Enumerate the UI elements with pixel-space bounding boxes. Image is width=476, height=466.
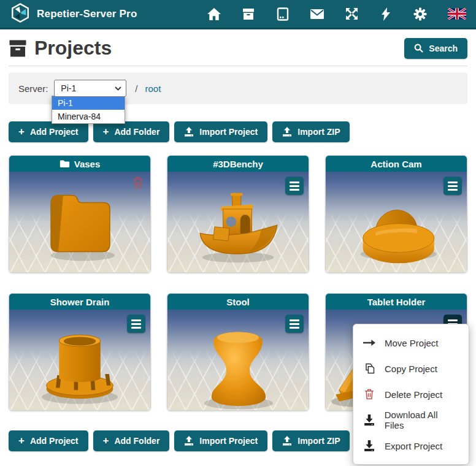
upload-icon bbox=[184, 436, 194, 446]
copy-icon bbox=[363, 362, 375, 375]
card-header-vases[interactable]: Vases bbox=[9, 156, 150, 172]
project-card-shower-drain: Shower Drain bbox=[9, 293, 151, 411]
app-title: Repetier-Server Pro bbox=[37, 8, 137, 20]
add-project-label: Add Project bbox=[30, 436, 79, 446]
add-folder-button[interactable]: +Add Folder bbox=[93, 430, 170, 451]
add-folder-label: Add Folder bbox=[114, 436, 159, 446]
card-preview-action-cam[interactable] bbox=[326, 172, 467, 272]
add-project-label: Add Project bbox=[30, 127, 79, 137]
render-floor bbox=[167, 350, 309, 410]
card-header-tablet-holder[interactable]: Tablet Holder bbox=[326, 294, 467, 310]
card-header-3dbenchy[interactable]: #3DBenchy bbox=[167, 156, 309, 172]
card-menu-button[interactable] bbox=[285, 177, 304, 195]
projects-icon[interactable] bbox=[242, 7, 255, 21]
project-context-menu: Move Project Copy Project Delete Project… bbox=[353, 324, 469, 465]
import-zip-label: Import ZIP bbox=[298, 127, 340, 137]
menu-item-copy-project[interactable]: Copy Project bbox=[353, 356, 469, 381]
card-header-shower-drain[interactable]: Shower Drain bbox=[9, 294, 150, 310]
projects-page-icon bbox=[9, 39, 27, 58]
project-card-vases: Vases bbox=[9, 155, 151, 273]
card-title: Vases bbox=[74, 159, 101, 169]
server-select-dropdown: Pi-1 Minerva-84 bbox=[52, 96, 125, 124]
plus-icon: + bbox=[18, 435, 25, 446]
card-preview-3dbenchy[interactable] bbox=[167, 172, 309, 272]
upload-icon bbox=[282, 127, 292, 137]
add-project-button[interactable]: +Add Project bbox=[9, 430, 88, 451]
server-select-value: Pi-1 bbox=[61, 83, 76, 93]
menu-item-export-project[interactable]: Export Project bbox=[353, 433, 469, 459]
plus-icon: + bbox=[103, 435, 109, 446]
toolbar-top: +Add Project +Add Folder Import Project … bbox=[9, 121, 467, 142]
touchscreen-icon[interactable] bbox=[276, 7, 290, 21]
server-option-pi1[interactable]: Pi-1 bbox=[52, 96, 125, 110]
card-preview-stool[interactable] bbox=[167, 310, 309, 410]
header-divider bbox=[9, 66, 467, 66]
arrow-right-icon bbox=[363, 339, 375, 346]
import-project-button[interactable]: Import Project bbox=[174, 121, 267, 142]
project-card-stool: Stool bbox=[167, 293, 309, 411]
project-card-3dbenchy: #3DBenchy bbox=[167, 155, 309, 273]
project-card-action-cam: Action Cam bbox=[325, 155, 467, 273]
card-header-action-cam[interactable]: Action Cam bbox=[326, 156, 467, 172]
render-benchy-object bbox=[192, 187, 284, 267]
home-icon[interactable] bbox=[207, 7, 221, 21]
add-folder-button[interactable]: +Add Folder bbox=[93, 121, 170, 142]
import-project-label: Import Project bbox=[199, 436, 258, 446]
plus-icon: + bbox=[18, 126, 25, 137]
download-icon bbox=[363, 440, 375, 451]
download-icon bbox=[363, 414, 375, 426]
page-header: Projects Search bbox=[9, 37, 467, 59]
render-showerdrain-object bbox=[34, 322, 126, 408]
breadcrumb-root-link[interactable]: root bbox=[145, 83, 161, 94]
card-title: Shower Drain bbox=[50, 297, 110, 307]
menu-item-delete-project[interactable]: Delete Project bbox=[353, 381, 469, 407]
trash-icon[interactable] bbox=[132, 176, 144, 192]
settings-icon[interactable] bbox=[413, 7, 427, 21]
messages-icon[interactable] bbox=[310, 7, 324, 21]
menu-item-label: Export Project bbox=[385, 441, 442, 451]
render-floor bbox=[325, 212, 467, 272]
card-title: Tablet Holder bbox=[367, 297, 426, 307]
add-project-button[interactable]: +Add Project bbox=[9, 121, 88, 142]
plus-icon: + bbox=[103, 126, 109, 137]
add-folder-label: Add Folder bbox=[114, 127, 159, 137]
import-project-button[interactable]: Import Project bbox=[174, 430, 267, 451]
import-zip-button[interactable]: Import ZIP bbox=[272, 430, 350, 451]
card-title: #3DBenchy bbox=[213, 159, 263, 169]
menu-item-move-project[interactable]: Move Project bbox=[353, 330, 469, 356]
import-zip-label: Import ZIP bbox=[298, 436, 340, 446]
card-header-stool[interactable]: Stool bbox=[167, 294, 309, 310]
render-stool-object bbox=[198, 321, 278, 410]
render-folder-object bbox=[40, 186, 120, 262]
power-icon[interactable] bbox=[379, 7, 393, 21]
server-label: Server: bbox=[18, 83, 48, 94]
card-preview-shower-drain[interactable] bbox=[9, 310, 150, 410]
nav-icons bbox=[207, 7, 466, 21]
card-menu-button[interactable] bbox=[443, 177, 462, 195]
menu-item-label: Delete Project bbox=[385, 389, 442, 400]
chevron-down-icon bbox=[115, 86, 121, 91]
trash-icon bbox=[363, 388, 375, 400]
card-menu-button[interactable] bbox=[127, 315, 145, 333]
language-uk-flag-icon[interactable] bbox=[448, 7, 466, 21]
render-floor bbox=[167, 212, 309, 272]
server-select[interactable]: Pi-1 bbox=[54, 80, 126, 97]
navbar: Repetier-Server Pro bbox=[0, 0, 476, 29]
card-title: Action Cam bbox=[370, 159, 421, 169]
brand[interactable]: Repetier-Server Pro bbox=[10, 2, 137, 26]
card-menu-button[interactable] bbox=[285, 315, 304, 333]
upload-icon bbox=[184, 127, 194, 137]
render-floor bbox=[9, 212, 151, 272]
app-logo-icon bbox=[10, 2, 31, 26]
import-zip-button[interactable]: Import ZIP bbox=[272, 121, 350, 142]
server-option-minerva84[interactable]: Minerva-84 bbox=[52, 110, 125, 123]
card-preview-vases[interactable] bbox=[9, 172, 150, 272]
menu-item-label: Move Project bbox=[385, 338, 439, 348]
expand-icon[interactable] bbox=[345, 7, 358, 21]
render-actioncam-object bbox=[350, 193, 442, 267]
menu-item-download-all-files[interactable]: Download All Files bbox=[353, 407, 469, 433]
menu-item-label: Download All Files bbox=[385, 410, 459, 430]
search-button[interactable]: Search bbox=[404, 38, 467, 59]
render-floor bbox=[9, 350, 151, 410]
import-project-label: Import Project bbox=[199, 127, 258, 137]
